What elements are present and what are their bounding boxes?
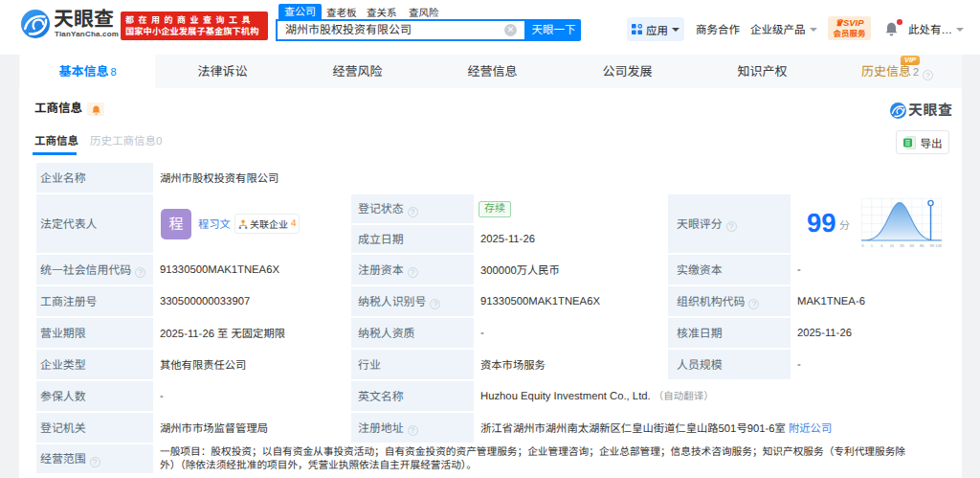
svg-text:5: 5 bbox=[880, 243, 883, 248]
svg-text:30: 30 bbox=[900, 243, 904, 248]
svg-text:60: 60 bbox=[909, 243, 914, 248]
svg-text:0: 0 bbox=[861, 243, 864, 248]
svg-text:99: 99 bbox=[929, 243, 934, 248]
svg-text:85: 85 bbox=[920, 243, 924, 248]
svg-text:100: 100 bbox=[935, 243, 942, 248]
svg-text:15: 15 bbox=[889, 243, 894, 248]
svg-text:1: 1 bbox=[871, 243, 874, 248]
